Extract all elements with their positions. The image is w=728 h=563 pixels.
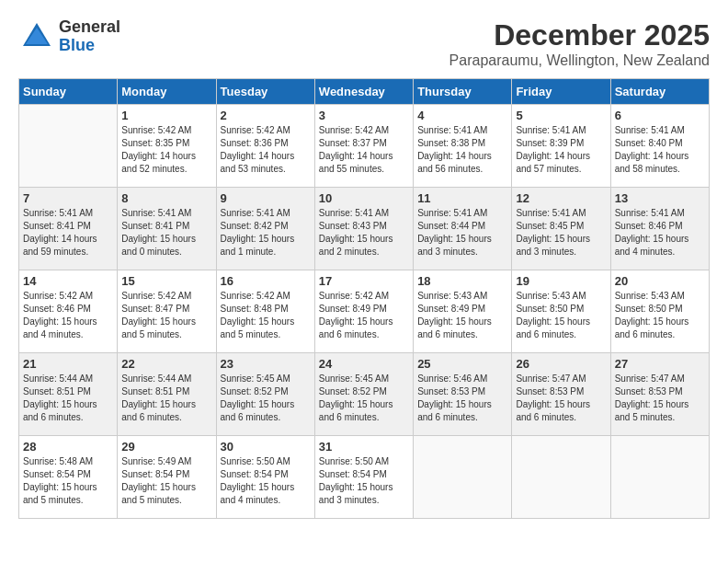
- location-title: Paraparaumu, Wellington, New Zealand: [449, 52, 710, 69]
- calendar-cell: 27Sunrise: 5:47 AM Sunset: 8:53 PM Dayli…: [610, 353, 709, 436]
- day-number: 19: [516, 274, 606, 288]
- calendar-cell: 26Sunrise: 5:47 AM Sunset: 8:53 PM Dayli…: [512, 353, 610, 436]
- day-info: Sunrise: 5:41 AM Sunset: 8:41 PM Dayligh…: [23, 207, 113, 259]
- calendar-cell: 15Sunrise: 5:42 AM Sunset: 8:47 PM Dayli…: [118, 270, 216, 353]
- day-number: 7: [23, 191, 113, 205]
- day-number: 22: [121, 357, 211, 371]
- day-number: 29: [121, 440, 211, 454]
- week-row-2: 7Sunrise: 5:41 AM Sunset: 8:41 PM Daylig…: [19, 188, 710, 270]
- day-number: 30: [221, 440, 311, 454]
- day-info: Sunrise: 5:41 AM Sunset: 8:40 PM Dayligh…: [615, 124, 705, 176]
- header-day-wednesday: Wednesday: [314, 79, 413, 105]
- day-info: Sunrise: 5:45 AM Sunset: 8:52 PM Dayligh…: [319, 373, 409, 424]
- calendar: SundayMondayTuesdayWednesdayThursdayFrid…: [18, 78, 710, 519]
- week-row-4: 21Sunrise: 5:44 AM Sunset: 8:51 PM Dayli…: [19, 353, 710, 436]
- calendar-cell: 14Sunrise: 5:42 AM Sunset: 8:46 PM Dayli…: [19, 270, 118, 353]
- day-number: 26: [516, 357, 606, 371]
- day-info: Sunrise: 5:43 AM Sunset: 8:50 PM Dayligh…: [615, 290, 705, 341]
- day-number: 20: [615, 274, 705, 288]
- calendar-cell: 13Sunrise: 5:41 AM Sunset: 8:46 PM Dayli…: [610, 188, 709, 270]
- header-day-monday: Monday: [118, 79, 216, 105]
- calendar-cell: 20Sunrise: 5:43 AM Sunset: 8:50 PM Dayli…: [610, 270, 709, 353]
- calendar-cell: 23Sunrise: 5:45 AM Sunset: 8:52 PM Dayli…: [216, 353, 314, 436]
- calendar-cell: [512, 436, 610, 519]
- header-day-thursday: Thursday: [414, 79, 512, 105]
- day-number: 1: [121, 109, 211, 122]
- day-number: 11: [417, 191, 507, 205]
- day-number: 13: [615, 191, 705, 205]
- day-number: 6: [615, 109, 705, 122]
- calendar-cell: 30Sunrise: 5:50 AM Sunset: 8:54 PM Dayli…: [216, 436, 314, 519]
- day-number: 5: [516, 109, 606, 122]
- calendar-body: 1Sunrise: 5:42 AM Sunset: 8:35 PM Daylig…: [19, 105, 710, 519]
- calendar-cell: 6Sunrise: 5:41 AM Sunset: 8:40 PM Daylig…: [610, 105, 709, 188]
- calendar-cell: 25Sunrise: 5:46 AM Sunset: 8:53 PM Dayli…: [414, 353, 512, 436]
- day-number: 12: [516, 191, 606, 205]
- month-title: December 2025: [449, 18, 710, 52]
- day-number: 9: [221, 191, 311, 205]
- day-info: Sunrise: 5:45 AM Sunset: 8:52 PM Dayligh…: [221, 373, 311, 424]
- calendar-cell: [610, 436, 709, 519]
- day-info: Sunrise: 5:43 AM Sunset: 8:49 PM Dayligh…: [417, 290, 507, 341]
- calendar-cell: 2Sunrise: 5:42 AM Sunset: 8:36 PM Daylig…: [216, 105, 314, 188]
- header: General Blue December 2025 Paraparaumu, …: [18, 18, 710, 69]
- calendar-cell: 21Sunrise: 5:44 AM Sunset: 8:51 PM Dayli…: [19, 353, 118, 436]
- day-info: Sunrise: 5:42 AM Sunset: 8:46 PM Dayligh…: [23, 290, 113, 341]
- calendar-cell: [414, 436, 512, 519]
- calendar-cell: 4Sunrise: 5:41 AM Sunset: 8:38 PM Daylig…: [414, 105, 512, 188]
- day-info: Sunrise: 5:41 AM Sunset: 8:38 PM Dayligh…: [417, 124, 507, 176]
- day-number: 8: [121, 191, 211, 205]
- header-day-sunday: Sunday: [19, 79, 118, 105]
- header-day-friday: Friday: [512, 79, 610, 105]
- day-info: Sunrise: 5:41 AM Sunset: 8:46 PM Dayligh…: [615, 207, 705, 259]
- calendar-cell: 7Sunrise: 5:41 AM Sunset: 8:41 PM Daylig…: [19, 188, 118, 270]
- calendar-cell: [19, 105, 118, 188]
- day-info: Sunrise: 5:43 AM Sunset: 8:50 PM Dayligh…: [516, 290, 606, 341]
- title-area: December 2025 Paraparaumu, Wellington, N…: [449, 18, 710, 69]
- day-info: Sunrise: 5:41 AM Sunset: 8:45 PM Dayligh…: [516, 207, 606, 259]
- calendar-cell: 24Sunrise: 5:45 AM Sunset: 8:52 PM Dayli…: [314, 353, 413, 436]
- day-info: Sunrise: 5:42 AM Sunset: 8:37 PM Dayligh…: [319, 124, 409, 176]
- day-info: Sunrise: 5:48 AM Sunset: 8:54 PM Dayligh…: [23, 455, 113, 507]
- day-number: 24: [319, 357, 409, 371]
- day-number: 23: [221, 357, 311, 371]
- calendar-cell: 1Sunrise: 5:42 AM Sunset: 8:35 PM Daylig…: [118, 105, 216, 188]
- day-info: Sunrise: 5:41 AM Sunset: 8:44 PM Dayligh…: [417, 207, 507, 259]
- day-info: Sunrise: 5:41 AM Sunset: 8:39 PM Dayligh…: [516, 124, 606, 176]
- calendar-cell: 8Sunrise: 5:41 AM Sunset: 8:41 PM Daylig…: [118, 188, 216, 270]
- calendar-cell: 19Sunrise: 5:43 AM Sunset: 8:50 PM Dayli…: [512, 270, 610, 353]
- day-info: Sunrise: 5:46 AM Sunset: 8:53 PM Dayligh…: [417, 373, 507, 424]
- day-info: Sunrise: 5:47 AM Sunset: 8:53 PM Dayligh…: [516, 373, 606, 424]
- day-number: 15: [121, 274, 211, 288]
- calendar-cell: 11Sunrise: 5:41 AM Sunset: 8:44 PM Dayli…: [414, 188, 512, 270]
- calendar-cell: 18Sunrise: 5:43 AM Sunset: 8:49 PM Dayli…: [414, 270, 512, 353]
- day-info: Sunrise: 5:44 AM Sunset: 8:51 PM Dayligh…: [121, 373, 211, 424]
- day-number: 28: [23, 440, 113, 454]
- day-number: 14: [23, 274, 113, 288]
- day-info: Sunrise: 5:50 AM Sunset: 8:54 PM Dayligh…: [319, 455, 409, 507]
- day-number: 4: [417, 109, 507, 122]
- calendar-cell: 3Sunrise: 5:42 AM Sunset: 8:37 PM Daylig…: [314, 105, 413, 188]
- logo-general-text: General: [59, 18, 120, 37]
- day-number: 17: [319, 274, 409, 288]
- day-info: Sunrise: 5:42 AM Sunset: 8:35 PM Dayligh…: [121, 124, 211, 176]
- day-info: Sunrise: 5:42 AM Sunset: 8:47 PM Dayligh…: [121, 290, 211, 341]
- day-info: Sunrise: 5:47 AM Sunset: 8:53 PM Dayligh…: [615, 373, 705, 424]
- header-day-saturday: Saturday: [610, 79, 709, 105]
- calendar-header: SundayMondayTuesdayWednesdayThursdayFrid…: [19, 79, 710, 105]
- calendar-cell: 9Sunrise: 5:41 AM Sunset: 8:42 PM Daylig…: [216, 188, 314, 270]
- logo-icon: [18, 18, 55, 55]
- calendar-cell: 5Sunrise: 5:41 AM Sunset: 8:39 PM Daylig…: [512, 105, 610, 188]
- day-number: 16: [221, 274, 311, 288]
- week-row-3: 14Sunrise: 5:42 AM Sunset: 8:46 PM Dayli…: [19, 270, 710, 353]
- day-info: Sunrise: 5:44 AM Sunset: 8:51 PM Dayligh…: [23, 373, 113, 424]
- calendar-cell: 12Sunrise: 5:41 AM Sunset: 8:45 PM Dayli…: [512, 188, 610, 270]
- calendar-cell: 10Sunrise: 5:41 AM Sunset: 8:43 PM Dayli…: [314, 188, 413, 270]
- day-number: 31: [319, 440, 409, 454]
- day-info: Sunrise: 5:42 AM Sunset: 8:48 PM Dayligh…: [221, 290, 311, 341]
- calendar-cell: 31Sunrise: 5:50 AM Sunset: 8:54 PM Dayli…: [314, 436, 413, 519]
- calendar-cell: 16Sunrise: 5:42 AM Sunset: 8:48 PM Dayli…: [216, 270, 314, 353]
- header-day-tuesday: Tuesday: [216, 79, 314, 105]
- week-row-5: 28Sunrise: 5:48 AM Sunset: 8:54 PM Dayli…: [19, 436, 710, 519]
- day-number: 10: [319, 191, 409, 205]
